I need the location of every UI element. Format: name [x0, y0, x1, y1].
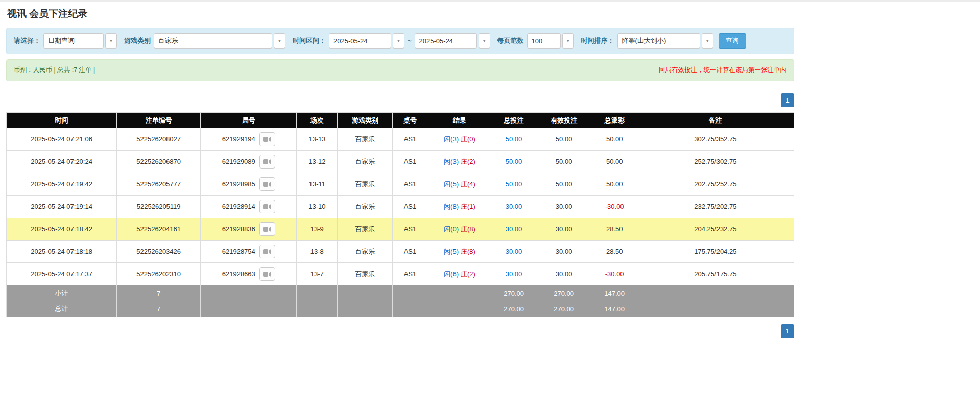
- cell-bet-id: 522526203426: [117, 241, 201, 263]
- result-player: 闲(3): [444, 135, 459, 143]
- subtotal-total-bet: 270.00: [492, 285, 536, 301]
- cell-total-bet: 30.00: [492, 218, 536, 241]
- result-player: 闲(6): [444, 270, 459, 278]
- cell-bet-id: 522526208027: [117, 128, 201, 151]
- select-type-label: 请选择：: [14, 36, 40, 45]
- cell-table-no: AS1: [393, 196, 427, 218]
- video-replay-button[interactable]: [259, 177, 275, 191]
- pagination-page-1[interactable]: 1: [781, 324, 794, 338]
- grand-total-payout: 147.00: [592, 301, 637, 317]
- query-type-caret-icon[interactable]: ▼: [105, 33, 117, 49]
- cell-bet-id: 522526204161: [117, 218, 201, 241]
- total-bet-link[interactable]: 50.00: [506, 135, 522, 143]
- cell-valid-bet: 30.00: [536, 218, 592, 241]
- search-button[interactable]: 查询: [719, 33, 746, 49]
- cell-bet-id: 522526202310: [117, 263, 201, 285]
- cell-game-type: 百家乐: [338, 173, 393, 196]
- date-to-combo: ▼: [415, 33, 490, 49]
- header-table-no: 桌号: [393, 113, 427, 128]
- total-bet-link[interactable]: 50.00: [506, 158, 522, 165]
- cell-time: 2025-05-24 07:19:42: [7, 173, 117, 196]
- header-bet-id: 注单编号: [117, 113, 201, 128]
- cell-time: 2025-05-24 07:19:14: [7, 196, 117, 218]
- cell-time: 2025-05-24 07:20:24: [7, 151, 117, 173]
- cell-valid-bet: 50.00: [536, 151, 592, 173]
- total-bet-link[interactable]: 30.00: [506, 225, 522, 233]
- cell-table-no: AS1: [393, 173, 427, 196]
- cell-payout: -30.00: [592, 196, 637, 218]
- pagination-bottom: 1: [6, 324, 794, 338]
- cell-round-id: 621928754: [201, 241, 297, 263]
- result-banker: 庄(2): [461, 158, 475, 165]
- summary-bar: 币别：人民币 | 总共 :7 注单 | 同局有效投注，统一计算在该局第一张注单内: [6, 59, 794, 81]
- video-replay-button[interactable]: [259, 267, 275, 281]
- result-banker: 庄(8): [461, 225, 475, 233]
- video-replay-button[interactable]: [259, 132, 275, 146]
- total-bet-link[interactable]: 30.00: [506, 270, 522, 278]
- date-to-caret-icon[interactable]: ▼: [479, 33, 490, 49]
- header-round-id: 局号: [201, 113, 297, 128]
- cell-result: 闲(3)庄(2): [427, 151, 492, 173]
- date-from-input[interactable]: [329, 33, 391, 49]
- page-size-input[interactable]: [527, 33, 561, 49]
- result-banker: 庄(1): [461, 203, 475, 210]
- page-size-caret-icon[interactable]: ▼: [562, 33, 574, 49]
- time-sort-input[interactable]: [617, 33, 700, 49]
- cell-bet-id: 522526205119: [117, 196, 201, 218]
- total-bet-link[interactable]: 30.00: [506, 203, 522, 210]
- total-bet-link[interactable]: 30.00: [506, 248, 522, 255]
- cell-total-bet: 30.00: [492, 241, 536, 263]
- query-type-input[interactable]: [43, 33, 104, 49]
- cell-table-no: AS1: [393, 128, 427, 151]
- cell-session: 13-13: [297, 128, 338, 151]
- round-number: 621928836: [222, 225, 255, 233]
- page-size-combo: ▼: [527, 33, 574, 49]
- cell-result: 闲(3)庄(0): [427, 128, 492, 151]
- result-banker: 庄(8): [461, 248, 475, 255]
- time-range-label: 时间区间：: [293, 36, 326, 45]
- game-type-caret-icon[interactable]: ▼: [274, 33, 285, 49]
- subtotal-payout: 147.00: [592, 285, 637, 301]
- result-player: 闲(3): [444, 158, 459, 165]
- cell-time: 2025-05-24 07:18:18: [7, 241, 117, 263]
- table-row: 2025-05-24 07:20:24 522526206870 6219290…: [7, 151, 794, 173]
- cell-valid-bet: 50.00: [536, 128, 592, 151]
- cell-valid-bet: 50.00: [536, 173, 592, 196]
- cell-round-id: 621928914: [201, 196, 297, 218]
- main-container: 视讯 会员下注纪录 请选择： ▼ 游戏类别 ▼ 时间区间： ▼ ~ ▼ 每页笔数…: [6, 2, 794, 338]
- grand-total-count: 7: [117, 301, 201, 317]
- cell-note: 202.75/252.75: [637, 173, 794, 196]
- date-from-caret-icon[interactable]: ▼: [393, 33, 404, 49]
- game-type-input[interactable]: [154, 33, 272, 49]
- result-banker: 庄(4): [461, 180, 475, 188]
- cell-note: 302.75/352.75: [637, 128, 794, 151]
- cell-note: 232.75/202.75: [637, 196, 794, 218]
- time-sort-combo: ▼: [617, 33, 713, 49]
- grand-total-total-bet: 270.00: [492, 301, 536, 317]
- total-bet-link[interactable]: 50.00: [506, 180, 522, 188]
- cell-table-no: AS1: [393, 241, 427, 263]
- cell-session: 13-7: [297, 263, 338, 285]
- video-replay-button[interactable]: [259, 245, 275, 258]
- cell-result: 闲(6)庄(2): [427, 263, 492, 285]
- cell-total-bet: 50.00: [492, 128, 536, 151]
- filter-bar: 请选择： ▼ 游戏类别 ▼ 时间区间： ▼ ~ ▼ 每页笔数 ▼ 时间排序： ▼: [6, 28, 794, 54]
- video-replay-button[interactable]: [259, 200, 275, 213]
- records-tbody: 2025-05-24 07:21:06 522526208027 6219291…: [7, 128, 794, 285]
- subtotal-count: 7: [117, 285, 201, 301]
- cell-total-bet: 30.00: [492, 263, 536, 285]
- table-row: 2025-05-24 07:18:18 522526203426 6219287…: [7, 241, 794, 263]
- cell-session: 13-10: [297, 196, 338, 218]
- round-number: 621929194: [222, 135, 255, 143]
- pagination-page-1[interactable]: 1: [781, 93, 794, 107]
- cell-bet-id: 522526206870: [117, 151, 201, 173]
- date-to-input[interactable]: [415, 33, 477, 49]
- cell-round-id: 621928663: [201, 263, 297, 285]
- time-sort-caret-icon[interactable]: ▼: [702, 33, 713, 49]
- cell-game-type: 百家乐: [338, 241, 393, 263]
- video-replay-button[interactable]: [259, 222, 275, 236]
- round-number: 621928985: [222, 180, 255, 188]
- game-type-label: 游戏类别: [124, 36, 151, 45]
- table-row: 2025-05-24 07:18:42 522526204161 6219288…: [7, 218, 794, 241]
- video-replay-button[interactable]: [259, 155, 275, 169]
